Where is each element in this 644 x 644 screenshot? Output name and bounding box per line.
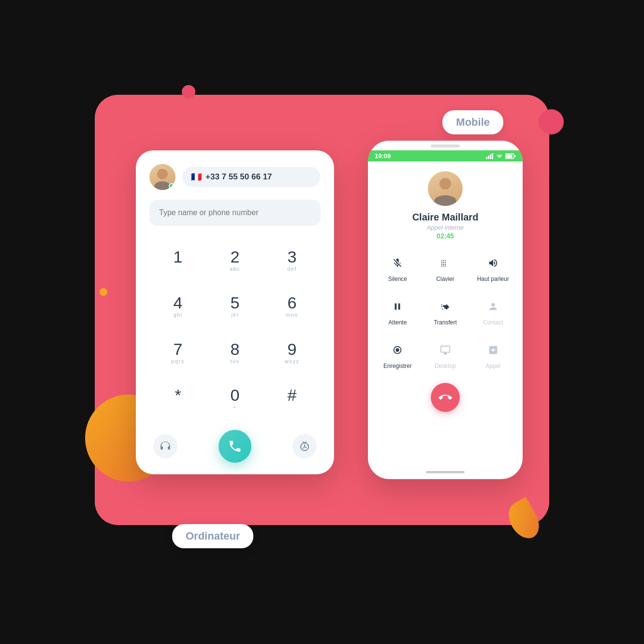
phone-home-indicator xyxy=(368,467,523,479)
caller-avatar xyxy=(428,171,463,206)
dial-key-7-main: 7 xyxy=(174,341,183,357)
dial-key-star[interactable]: * xyxy=(149,376,206,423)
dial-key-0-sub: + xyxy=(233,404,237,411)
dial-key-8[interactable]: 8 tuv xyxy=(206,330,263,376)
phone-icon xyxy=(228,439,242,454)
snooze-icon: Z xyxy=(299,440,310,452)
dialpad: 1 2 abc 3 def 4 ghi 5 jkl 6 mno xyxy=(149,237,321,422)
phone-speaker xyxy=(431,145,460,147)
desktop-icon xyxy=(435,339,456,361)
mic-off-icon xyxy=(387,252,408,274)
dial-key-8-sub: tuv xyxy=(230,358,239,365)
wifi-icon xyxy=(496,153,503,159)
dial-key-5-sub: jkl xyxy=(232,312,239,319)
dial-key-1-main: 1 xyxy=(174,249,183,265)
status-icons xyxy=(486,153,516,159)
add-call-button[interactable]: Appel xyxy=(471,336,515,373)
dial-key-6-main: 6 xyxy=(288,294,297,311)
silence-label: Silence xyxy=(388,276,407,282)
call-controls-row3: Enregistrer Desktop xyxy=(376,336,515,373)
svg-rect-3 xyxy=(488,156,489,159)
svg-rect-7 xyxy=(506,154,512,158)
transfert-label: Transfert xyxy=(434,319,457,326)
dial-key-5-main: 5 xyxy=(231,294,240,311)
caller-body xyxy=(434,195,456,206)
dial-key-6-sub: mno xyxy=(286,312,298,319)
end-call-button[interactable] xyxy=(431,383,460,412)
add-call-label: Appel xyxy=(485,363,500,369)
dial-key-3[interactable]: 3 def xyxy=(263,237,321,284)
speaker-label: Haut parleur xyxy=(477,276,509,282)
call-controls-row2: Attente Transfert xyxy=(376,292,515,330)
dial-key-4-sub: ghi xyxy=(173,312,182,319)
deco-dot-left xyxy=(100,288,107,296)
call-button[interactable] xyxy=(219,430,251,463)
contact-icon xyxy=(483,296,504,317)
caller-type: Appel interne xyxy=(427,224,464,231)
dial-key-9[interactable]: 9 wxyz xyxy=(263,330,321,376)
label-ordinateur-text: Ordinateur xyxy=(186,530,240,542)
enregistrer-button[interactable]: Enregistrer xyxy=(376,336,420,373)
phone-top-bar xyxy=(368,141,523,150)
dial-key-4[interactable]: 4 ghi xyxy=(149,284,206,330)
dial-key-5[interactable]: 5 jkl xyxy=(206,284,263,330)
dial-key-0-main: 0 xyxy=(231,387,240,403)
dial-key-2-main: 2 xyxy=(231,249,240,265)
home-bar xyxy=(426,471,465,473)
caller-name: Claire Maillard xyxy=(412,212,479,223)
avatar-face xyxy=(157,169,168,179)
snooze-button[interactable]: Z xyxy=(293,434,317,458)
dialpad-icon xyxy=(435,252,456,274)
label-ordinateur: Ordinateur xyxy=(172,524,253,548)
svg-rect-4 xyxy=(490,154,491,159)
attente-label: Attente xyxy=(388,319,407,326)
dial-key-2-sub: abc xyxy=(230,266,240,273)
mobile-phone: 19:09 xyxy=(368,141,523,479)
dial-key-6[interactable]: 6 mno xyxy=(263,284,321,330)
widget-header: 🇫🇷 +33 7 55 50 66 17 xyxy=(149,164,321,190)
dial-key-3-sub: def xyxy=(287,266,297,273)
svg-rect-2 xyxy=(486,157,487,159)
headset-icon xyxy=(160,440,171,452)
svg-text:Z: Z xyxy=(303,446,305,449)
call-timer: 02:45 xyxy=(437,232,454,240)
headset-button[interactable] xyxy=(153,434,177,458)
phone-number-display: +33 7 55 50 66 17 xyxy=(205,172,272,182)
dial-key-1[interactable]: 1 xyxy=(149,237,206,284)
scene: Mobile Ordinateur 🇫🇷 +33 7 55 50 66 17 xyxy=(56,56,588,588)
dial-key-9-sub: wxyz xyxy=(285,358,299,365)
svg-rect-5 xyxy=(492,153,493,159)
dial-key-hash[interactable]: # xyxy=(263,376,321,423)
search-input[interactable] xyxy=(149,200,321,226)
speaker-button[interactable]: Haut parleur xyxy=(471,249,515,286)
svg-rect-8 xyxy=(514,155,516,157)
country-flag: 🇫🇷 xyxy=(191,172,202,182)
call-controls-row1: Silence Clavier xyxy=(376,249,515,286)
dial-key-0[interactable]: 0 + xyxy=(206,376,263,423)
enregistrer-label: Enregistrer xyxy=(383,363,412,369)
contact-button[interactable]: Contact xyxy=(471,292,515,330)
dial-key-7[interactable]: 7 pqrs xyxy=(149,330,206,376)
label-mobile: Mobile xyxy=(442,110,503,134)
status-time: 19:09 xyxy=(375,152,391,160)
transfer-icon xyxy=(435,296,456,317)
label-mobile-text: Mobile xyxy=(456,116,490,128)
record-icon xyxy=(387,339,408,361)
dial-key-4-main: 4 xyxy=(174,294,183,311)
clavier-label: Clavier xyxy=(436,276,454,282)
battery-icon xyxy=(505,153,516,159)
dial-key-7-sub: pqrs xyxy=(171,358,184,365)
clavier-button[interactable]: Clavier xyxy=(424,249,468,286)
end-call-icon xyxy=(439,391,452,404)
speaker-icon xyxy=(483,252,504,274)
transfert-button[interactable]: Transfert xyxy=(424,292,468,330)
dial-key-2[interactable]: 2 abc xyxy=(206,237,263,284)
avatar-online-dot xyxy=(169,183,175,189)
desktop-label: Desktop xyxy=(435,363,456,369)
silence-button[interactable]: Silence xyxy=(376,249,420,286)
svg-point-10 xyxy=(396,348,399,351)
attente-button[interactable]: Attente xyxy=(376,292,420,330)
desktop-button[interactable]: Desktop xyxy=(424,336,468,373)
avatar-body xyxy=(154,181,171,190)
desktop-widget: 🇫🇷 +33 7 55 50 66 17 1 2 abc 3 def 4 xyxy=(136,150,334,474)
